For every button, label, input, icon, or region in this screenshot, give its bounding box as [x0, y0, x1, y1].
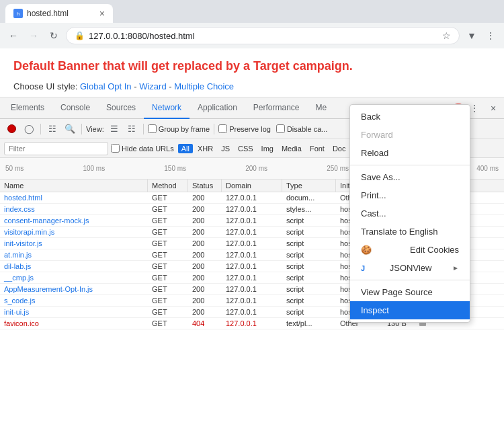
row-method: GET	[148, 295, 188, 306]
tab-application[interactable]: Application	[190, 97, 245, 119]
tab-close-button[interactable]: ×	[99, 8, 105, 19]
lock-icon: 🔒	[75, 31, 85, 40]
tab-elements[interactable]: Elements	[3, 97, 52, 119]
col-name[interactable]: Name	[0, 180, 148, 192]
menu-icon[interactable]: ⋮	[482, 28, 499, 44]
row-method: GET	[148, 318, 188, 329]
search-button[interactable]: 🔍	[62, 122, 77, 136]
row-name[interactable]: dil-lab.js	[0, 261, 148, 272]
forward-button[interactable]: →	[26, 28, 42, 44]
row-method: GET	[148, 227, 188, 237]
row-domain: 127.0.0.1	[222, 204, 282, 214]
tab-console[interactable]: Console	[52, 97, 98, 119]
row-type: script	[282, 284, 336, 294]
hide-data-urls-checkbox[interactable]	[111, 144, 120, 153]
preserve-log-checkbox-label[interactable]: Preserve log	[218, 124, 271, 133]
menu-reload[interactable]: Reload	[350, 144, 470, 162]
row-status: 200	[188, 192, 222, 203]
bookmark-icon: ☆	[442, 30, 451, 41]
filter-input[interactable]	[4, 142, 108, 155]
menu-save-as[interactable]: Save As...	[350, 168, 470, 186]
filter-doc[interactable]: Doc	[329, 144, 349, 153]
row-method: GET	[148, 204, 188, 214]
row-name[interactable]: visitorapi.min.js	[0, 227, 148, 237]
filter-media[interactable]: Media	[278, 144, 305, 153]
row-domain: 127.0.0.1	[222, 284, 282, 294]
row-status: 200	[188, 215, 222, 226]
tab-favicon: h	[13, 9, 23, 18]
menu-print[interactable]: Print...	[350, 186, 470, 204]
ui-style-label: Choose UI style:	[13, 81, 77, 91]
tab-more[interactable]: Me	[308, 97, 335, 119]
filter-img[interactable]: Img	[258, 144, 277, 153]
menu-jsonview[interactable]: JJSONView ►	[350, 259, 470, 277]
nav-bar: ← → ↻ 🔒 127.0.0.1:8080/hosted.html ☆ ▼ ⋮	[0, 23, 504, 48]
col-status[interactable]: Status	[188, 180, 222, 192]
row-type: script	[282, 261, 336, 272]
jsonview-arrow: ►	[452, 264, 459, 272]
col-domain[interactable]: Domain	[222, 180, 282, 192]
menu-translate[interactable]: Translate to English	[350, 223, 470, 241]
group-frame-checkbox[interactable]	[148, 124, 157, 133]
row-name[interactable]: s_code.js	[0, 295, 148, 306]
menu-edit-cookies[interactable]: 🍪Edit Cookies	[350, 241, 470, 259]
tab-network[interactable]: Network	[144, 97, 190, 119]
clear-button[interactable]: ◯	[22, 122, 36, 136]
filter-icon[interactable]: ☷	[45, 122, 60, 136]
row-name[interactable]: init-visitor.js	[0, 238, 148, 249]
row-domain: 127.0.0.1	[222, 238, 282, 249]
address-bar[interactable]: 🔒 127.0.0.1:8080/hosted.html ☆	[66, 27, 460, 44]
timeline-label-150: 150 ms	[164, 165, 186, 172]
url-text: 127.0.0.1:8080/hosted.html	[89, 31, 438, 41]
menu-view-source[interactable]: View Page Source	[350, 283, 470, 301]
menu-inspect[interactable]: Inspect	[350, 301, 470, 319]
row-name[interactable]: at.min.js	[0, 249, 148, 260]
multiple-choice-link[interactable]: Multiple Choice	[174, 81, 234, 91]
wizard-link[interactable]: Wizard	[139, 81, 166, 91]
tab-sources[interactable]: Sources	[98, 97, 144, 119]
preserve-log-checkbox[interactable]	[218, 124, 227, 133]
row-domain: 127.0.0.1	[222, 295, 282, 306]
row-status: 200	[188, 261, 222, 272]
tab-performance[interactable]: Performance	[245, 97, 308, 119]
disable-cache-checkbox[interactable]	[276, 124, 285, 133]
row-method: GET	[148, 215, 188, 226]
row-name[interactable]: __cmp.js	[0, 272, 148, 283]
col-type[interactable]: Type	[282, 180, 336, 192]
menu-cast[interactable]: Cast...	[350, 204, 470, 223]
col-method[interactable]: Method	[148, 180, 188, 192]
extensions-icon[interactable]: ▼	[464, 28, 480, 44]
hide-data-urls-label[interactable]: Hide data URLs	[111, 144, 174, 153]
row-method: GET	[148, 249, 188, 260]
view-list-button[interactable]: ☰	[107, 122, 122, 136]
filter-css[interactable]: CSS	[235, 144, 257, 153]
row-name[interactable]: index.css	[0, 204, 148, 214]
back-button[interactable]: ←	[5, 28, 22, 44]
filter-xhr[interactable]: XHR	[194, 144, 216, 153]
tab-bar: h hosted.html ×	[0, 0, 504, 23]
devtools-close-icon[interactable]: ×	[485, 100, 501, 116]
browser-tab[interactable]: h hosted.html ×	[5, 4, 113, 23]
filter-all[interactable]: All	[178, 144, 193, 153]
row-name[interactable]: hosted.html	[0, 192, 148, 203]
row-name[interactable]: favicon.ico	[0, 318, 148, 329]
row-type: script	[282, 249, 336, 260]
group-frame-checkbox-label[interactable]: Group by frame	[148, 124, 210, 133]
row-status: 200	[188, 295, 222, 306]
row-name[interactable]: consent-manager-mock.js	[0, 215, 148, 226]
row-type: styles...	[282, 204, 336, 214]
reload-button[interactable]: ↻	[46, 28, 62, 44]
row-name[interactable]: AppMeasurement-Opt-In.js	[0, 284, 148, 294]
global-opt-in-link[interactable]: Global Opt In	[80, 81, 132, 91]
row-method: GET	[148, 272, 188, 283]
row-name[interactable]: init-ui.js	[0, 307, 148, 317]
hide-data-urls-text: Hide data URLs	[122, 145, 174, 153]
disable-cache-checkbox-label[interactable]: Disable ca...	[276, 124, 328, 133]
filter-js[interactable]: JS	[218, 144, 233, 153]
row-domain: 127.0.0.1	[222, 215, 282, 226]
filter-font[interactable]: Font	[306, 144, 328, 153]
view-grid-button[interactable]: ☷	[124, 122, 139, 136]
record-button[interactable]	[4, 122, 19, 136]
menu-back[interactable]: Back	[350, 108, 470, 126]
row-domain: 127.0.0.1	[222, 261, 282, 272]
